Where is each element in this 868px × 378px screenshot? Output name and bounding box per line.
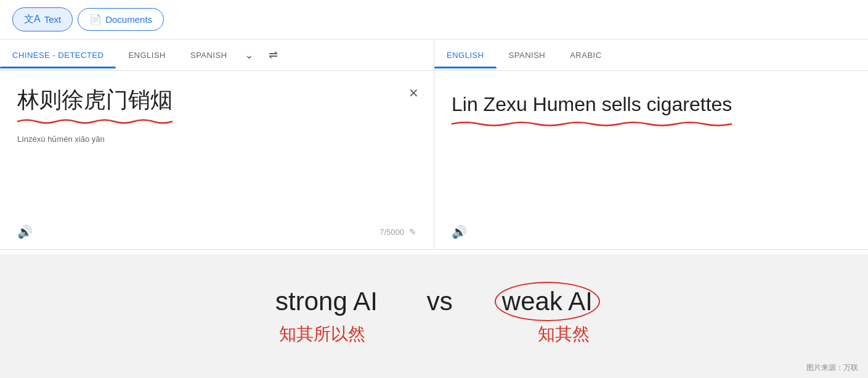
chinese-bottom-labels: 知其所以然 知其然 xyxy=(279,323,590,346)
source-lang-chinese[interactable]: CHINESE - DETECTED xyxy=(0,42,116,68)
clear-input-button[interactable]: ✕ xyxy=(408,86,419,101)
source-lang-dropdown[interactable]: ⌄ xyxy=(240,39,259,70)
swap-languages-button[interactable]: ⇌ xyxy=(259,39,288,70)
strong-ai-label: strong AI xyxy=(275,287,378,316)
source-lang-english[interactable]: ENGLISH xyxy=(116,42,178,68)
pinyin-text: Línzéxú hǔmén xiāo yān xyxy=(17,134,416,144)
image-source-label: 图片来源：万联 xyxy=(806,363,858,373)
document-icon: 📄 xyxy=(89,14,102,25)
chinese-left-label: 知其所以然 xyxy=(279,323,365,346)
source-text: 林则徐虎门销烟 xyxy=(17,86,172,115)
text-tab-label: Text xyxy=(44,14,62,25)
weak-ai-label: weak AI xyxy=(502,287,593,316)
edit-icon[interactable]: ✎ xyxy=(409,227,416,237)
translated-text: Lin Zexu Humen sells cigarettes xyxy=(452,93,732,115)
documents-tab-label: Documents xyxy=(105,14,152,25)
ai-comparison: strong AI vs weak AI xyxy=(275,287,593,316)
target-lang-panel: ENGLISH SPANISH ARABIC xyxy=(434,39,868,70)
source-lang-panel: CHINESE - DETECTED ENGLISH SPANISH ⌄ ⇌ xyxy=(0,39,434,70)
input-panel[interactable]: 林则徐虎门销烟 Línzéxú hǔmén xiāo yān ✕ 🔊 7/500… xyxy=(0,71,434,249)
swap-icon: ⇌ xyxy=(269,48,278,62)
target-lang-spanish[interactable]: SPANISH xyxy=(497,42,558,68)
documents-tab[interactable]: 📄 Documents xyxy=(78,8,164,31)
chevron-down-icon: ⌄ xyxy=(245,48,254,62)
vs-label: vs xyxy=(427,287,453,316)
listen-source-button[interactable]: 🔊 xyxy=(17,224,33,239)
output-panel: Lin Zexu Humen sells cigarettes 🔊 xyxy=(434,71,868,249)
bottom-panel: strong AI vs weak AI 知其所以然 知其然 图片来源：万联 xyxy=(0,255,868,378)
target-lang-arabic[interactable]: ARABIC xyxy=(558,42,614,68)
input-footer: 🔊 7/5000 ✎ xyxy=(17,224,416,239)
target-lang-english[interactable]: ENGLISH xyxy=(434,42,497,68)
source-lang-spanish[interactable]: SPANISH xyxy=(178,42,240,68)
text-tab[interactable]: 文A Text xyxy=(12,7,73,31)
char-count: 7/5000 ✎ xyxy=(379,227,416,237)
toolbar: 文A Text 📄 Documents xyxy=(0,0,868,39)
listen-translation-button[interactable]: 🔊 xyxy=(452,225,467,239)
translation-area: 林则徐虎门销烟 Línzéxú hǔmén xiāo yān ✕ 🔊 7/500… xyxy=(0,71,868,250)
language-row: CHINESE - DETECTED ENGLISH SPANISH ⌄ ⇌ E… xyxy=(0,39,868,71)
output-footer: 🔊 xyxy=(452,224,467,239)
translate-icon: 文A xyxy=(24,13,41,26)
chinese-right-label: 知其然 xyxy=(538,323,590,346)
